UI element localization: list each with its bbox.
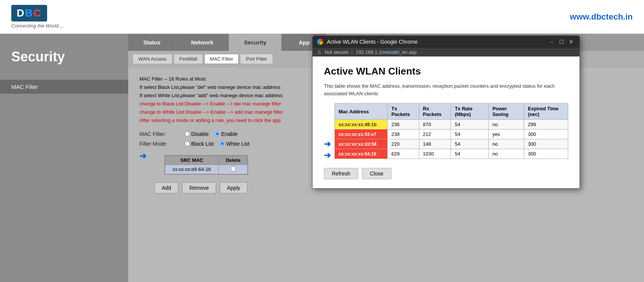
wlan-mac-3: xx:xx:xx:xx:2d:58 <box>335 139 388 149</box>
mac-filter-label: MAC Filter: <box>140 131 185 137</box>
logo-tagline: Connecting the World.... <box>11 23 64 29</box>
wlan-tx-2: 238 <box>388 130 419 139</box>
not-secure-icon: ⚠ <box>317 49 322 55</box>
tab-status[interactable]: Status <box>128 34 176 51</box>
wlan-row-1: xx:xx:xx:xx:49:1b 236 870 54 no 299 <box>335 120 568 130</box>
address-url: 192.168.1.1/wlstatbl_en.asp <box>356 49 417 55</box>
mac-filter-options: Disable Enable <box>185 131 238 137</box>
logo-area: DBC Connecting the World.... <box>11 5 64 29</box>
arrow-left-1: ➔ <box>140 151 146 161</box>
header-url: www.dbctech.in <box>570 12 633 22</box>
wlan-col-tx: Tx Packets <box>388 104 419 120</box>
wlan-row-4: xx:xx:xx:xx:64:16 629 1030 54 no 300 <box>335 149 568 159</box>
tab-network[interactable]: Network <box>176 34 229 51</box>
wlan-col-rx: Rx Packets <box>419 104 451 120</box>
filter-mode-white-radio[interactable] <box>220 141 225 146</box>
close-button[interactable]: ✕ <box>567 38 575 46</box>
wlan-expired-4: 300 <box>524 149 568 159</box>
sidebar-title: Security <box>0 41 128 72</box>
popup-title-left: Active WLAN Clients - Google Chrome <box>317 39 417 45</box>
mac-table-row: xx:xx:xx:d4-64-16 <box>165 165 248 174</box>
popup-titlebar: Active WLAN Clients - Google Chrome − ☐ … <box>313 36 580 48</box>
maximize-button[interactable]: ☐ <box>558 38 565 46</box>
popup-heading: Active WLAN Clients <box>324 66 568 77</box>
wlan-txrate-1: 54 <box>451 120 489 130</box>
wlan-rx-3: 148 <box>419 139 451 149</box>
popup-addressbar: ⚠ Not secure | 192.168.1.1/wlstatbl_en.a… <box>313 48 580 56</box>
tab-security[interactable]: Security <box>229 34 282 51</box>
wlan-col-expired: Expired Time (sec) <box>524 104 568 120</box>
wlan-txrate-2: 54 <box>451 130 489 139</box>
wlan-table: Mac Address Tx Packets Rx Packets Tx Rat… <box>334 103 568 159</box>
wlan-tx-3: 220 <box>388 139 419 149</box>
filter-mode-options: Black List White List <box>185 141 249 147</box>
wlan-col-power: Power Saving <box>488 104 524 120</box>
wlan-table-section: ➔ ➔ ➔ ➔ Mac Address Tx Packets Rx Packet… <box>324 103 568 160</box>
header: DBC Connecting the World.... www.dbctech… <box>0 0 644 34</box>
subtab-port-filter[interactable]: Port Filter <box>240 54 273 64</box>
mac-table-container: SRC MAC Delete xx:xx:xx:d4-64-16 <box>164 155 248 175</box>
subtab-mac-filter[interactable]: MAC Filter <box>204 54 239 64</box>
remove-button[interactable]: Remove <box>182 182 216 194</box>
wlan-txrate-4: 54 <box>451 149 489 159</box>
mac-delete-cell <box>219 165 248 174</box>
mac-filter-disable[interactable]: Disable <box>185 131 209 137</box>
mac-entry-cell: xx:xx:xx:d4-64-16 <box>165 165 219 174</box>
filter-mode-label: Filter Mode: <box>140 141 185 147</box>
mac-filter-enable[interactable]: Enable <box>215 131 238 137</box>
filter-mode-black-radio[interactable] <box>185 141 190 146</box>
mac-filter-disable-radio[interactable] <box>185 131 190 136</box>
add-button[interactable]: Add <box>155 182 178 194</box>
wlan-power-4: no <box>488 149 524 159</box>
mac-filter-enable-radio[interactable] <box>215 131 220 136</box>
mac-table-wrapper: SRC MAC Delete xx:xx:xx:d4-64-16 <box>149 151 248 176</box>
wlan-row-2: xx:xx:xx:xx:53:e7 238 212 54 yes 300 <box>335 130 568 139</box>
subtab-firewall[interactable]: FireWall <box>174 54 203 64</box>
popup-content: Active WLAN Clients This table shows the… <box>313 56 580 188</box>
apply-button[interactable]: Apply <box>220 182 247 194</box>
wlan-mac-2: xx:xx:xx:xx:53:e7 <box>335 130 388 139</box>
refresh-button[interactable]: Refresh <box>324 168 358 179</box>
wlan-rx-1: 870 <box>419 120 451 130</box>
popup-close-button[interactable]: Close <box>362 168 391 179</box>
col-src-mac: SRC MAC <box>165 155 219 165</box>
wlan-col-mac: Mac Address <box>335 104 388 120</box>
wlan-expired-2: 300 <box>524 130 568 139</box>
wlan-rx-4: 1030 <box>419 149 451 159</box>
not-secure-text: Not secure <box>325 49 348 55</box>
sidebar: Security MAC Filter <box>0 34 128 282</box>
col-delete: Delete <box>219 155 248 165</box>
sidebar-item-mac-filter[interactable]: MAC Filter <box>0 80 128 94</box>
popup-arrow-2: ➔ <box>324 151 331 160</box>
wlan-mac-1: xx:xx:xx:xx:49:1b <box>335 120 388 130</box>
wlan-col-txrate: Tx Rate (Mbps) <box>451 104 489 120</box>
minimize-button[interactable]: − <box>548 38 555 46</box>
wlan-rx-2: 212 <box>419 130 451 139</box>
chrome-icon <box>317 39 323 45</box>
wlan-expired-1: 299 <box>524 120 568 130</box>
mac-table: SRC MAC Delete xx:xx:xx:d4-64-16 <box>165 155 248 174</box>
wlan-expired-3: 300 <box>524 139 568 149</box>
filter-mode-white[interactable]: White List <box>220 141 249 147</box>
subtab-wan-access[interactable]: WAN Access <box>133 54 172 64</box>
logo: DBC <box>11 5 47 21</box>
wlan-tx-1: 236 <box>388 120 419 130</box>
wlan-row-3: xx:xx:xx:xx:2d:58 220 148 54 no 300 <box>335 139 568 149</box>
address-separator: | <box>351 49 353 55</box>
wlan-arrows: ➔ ➔ ➔ ➔ <box>324 103 331 160</box>
wlan-power-2: yes <box>488 130 524 139</box>
popup-window: Active WLAN Clients - Google Chrome − ☐ … <box>312 35 580 189</box>
popup-title-text: Active WLAN Clients - Google Chrome <box>327 39 417 45</box>
wlan-mac-4: xx:xx:xx:xx:64:16 <box>335 149 388 159</box>
filter-mode-black[interactable]: Black List <box>185 141 214 147</box>
popup-desc: This table shows the MAC address, transm… <box>324 82 568 97</box>
popup-arrow-1: ➔ <box>324 139 331 149</box>
wlan-tx-4: 629 <box>388 149 419 159</box>
wlan-txrate-3: 54 <box>451 139 489 149</box>
mac-delete-checkbox[interactable] <box>231 166 236 171</box>
popup-win-controls: − ☐ ✕ <box>548 38 575 46</box>
popup-buttons: Refresh Close <box>324 168 568 179</box>
wlan-power-3: no <box>488 139 524 149</box>
wlan-power-1: no <box>488 120 524 130</box>
